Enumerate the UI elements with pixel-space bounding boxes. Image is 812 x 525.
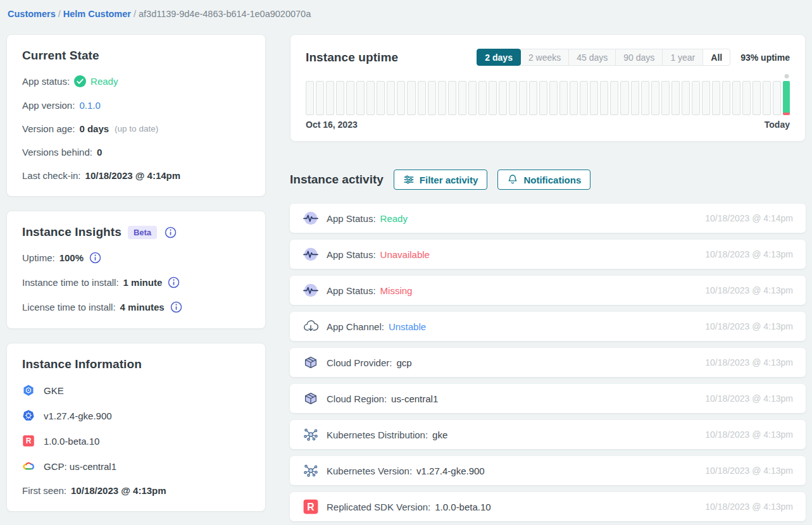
activity-row-label: Kubernetes Version: [327,466,412,476]
range-button-45-days[interactable]: 45 days [568,49,616,66]
activity-row-label: Replicated SDK Version: [327,502,430,512]
range-button-1-year[interactable]: 1 year [662,49,703,66]
uptime-bar-no-data[interactable] [732,81,740,115]
uptime-bar-no-data[interactable] [366,81,375,115]
uptime-bar-no-data[interactable] [356,81,365,115]
info-icon[interactable] [168,276,180,288]
uptime-bar-no-data[interactable] [336,81,344,115]
uptime-bar-no-data[interactable] [702,81,710,115]
uptime-bar-no-data[interactable] [499,81,507,115]
uptime-bar-no-data[interactable] [387,81,395,115]
uptime-bar-no-data[interactable] [773,81,781,115]
uptime-bar-no-data[interactable] [377,81,385,115]
activity-row-value: v1.27.4-gke.900 [416,466,485,476]
uptime-percentage-label: 93% uptime [740,52,790,63]
row-value: 10/18/2023 @ 4:13pm [71,485,166,496]
uptime-bar-no-data[interactable] [651,81,659,115]
instance-information-row: GKE [22,384,250,397]
uptime-bar-no-data[interactable] [539,81,547,115]
row-value: 1.0.0-beta.10 [44,436,99,447]
instance-information-card: Instance Information GKEv1.27.4-gke.900R… [6,343,266,512]
uptime-bar-no-data[interactable] [620,81,628,115]
activity-row-label: Cloud Provider: [327,357,392,368]
activity-row-label: App Status: [327,249,376,260]
uptime-bar-no-data[interactable] [763,81,771,115]
row-label: First seen: [22,485,66,496]
uptime-bar-no-data[interactable] [661,81,670,115]
row-label: Instance time to install: [22,277,119,288]
uptime-bar-no-data[interactable] [407,81,415,115]
range-button-all[interactable]: All [703,49,730,66]
info-icon[interactable] [89,252,101,264]
package-icon [303,354,319,371]
uptime-bar-no-data[interactable] [397,81,405,115]
current-state-card: Current State App status:ReadyApp versio… [6,34,266,197]
uptime-bar-no-data[interactable] [529,81,537,115]
uptime-bar-no-data[interactable] [610,81,618,115]
uptime-bar-no-data[interactable] [671,81,680,115]
uptime-bar-no-data[interactable] [478,81,487,115]
activity-row-label: Kubernetes Distribution: [327,429,428,440]
current-state-row: Versions behind:0 [22,147,250,158]
uptime-bar-no-data[interactable] [570,81,578,115]
activity-row-value[interactable]: Unstable [389,321,426,332]
filter-activity-button[interactable]: Filter activity [394,170,488,190]
svg-text:R: R [26,436,32,445]
uptime-bar-no-data[interactable] [722,81,730,115]
uptime-bar-no-data[interactable] [418,81,426,115]
uptime-bar-no-data[interactable] [519,81,527,115]
activity-row: Cloud Region:us-central110/18/2023 @ 4:1… [290,384,806,413]
uptime-bar-no-data[interactable] [641,81,649,115]
uptime-bar-no-data[interactable] [489,81,497,115]
current-state-title: Current State [22,49,250,63]
uptime-bar-no-data[interactable] [559,81,568,115]
uptime-bar-no-data[interactable] [742,81,751,115]
range-button-2-weeks[interactable]: 2 weeks [520,49,569,66]
uptime-bar-no-data[interactable] [590,81,598,115]
pulse-icon [303,246,319,262]
uptime-bar-no-data[interactable] [753,81,761,115]
instance-insights-title-row: Instance Insights Beta [22,225,250,239]
uptime-bar-no-data[interactable] [326,81,334,115]
uptime-bar-no-data[interactable] [448,81,456,115]
uptime-bar-no-data[interactable] [580,81,588,115]
uptime-down-segment [783,113,790,115]
range-button-2-days[interactable]: 2 days [477,49,521,66]
uptime-bar-no-data[interactable] [306,81,314,115]
row-label: Last check-in: [22,170,81,181]
notifications-button[interactable]: Notifications [497,170,590,190]
uptime-bar-no-data[interactable] [600,81,608,115]
uptime-bar-no-data[interactable] [692,81,700,115]
uptime-bar-no-data[interactable] [346,81,354,115]
uptime-bar-no-data[interactable] [509,81,517,115]
right-column: Instance uptime 2 days2 weeks45 days90 d… [290,34,806,525]
uptime-bar-no-data[interactable] [712,81,720,115]
uptime-bar-no-data[interactable] [458,81,466,115]
info-icon[interactable] [170,301,182,313]
uptime-bar-no-data[interactable] [631,81,639,115]
activity-row: App Channel:Unstable10/18/2023 @ 4:13pm [290,312,806,341]
activity-row: Cloud Provider:gcp10/18/2023 @ 4:13pm [290,348,806,377]
app-version-link[interactable]: 0.1.0 [79,100,100,111]
breadcrumb-link[interactable]: Helm Customer [63,9,131,19]
range-button-90-days[interactable]: 90 days [615,49,663,66]
info-icon[interactable] [165,226,177,238]
activity-row-value: Ready [380,213,408,224]
uptime-bar-no-data[interactable] [316,81,324,115]
uptime-bar-no-data[interactable] [438,81,446,115]
activity-row: App Status:Unavailable10/18/2023 @ 4:13p… [290,240,806,269]
uptime-bar-no-data[interactable] [428,81,436,115]
chart-end-label: Today [765,120,790,130]
uptime-controls: 2 days2 weeks45 days90 days1 yearAll 93%… [477,49,790,66]
uptime-bar-no-data[interactable] [468,81,477,115]
breadcrumb-link[interactable]: Customers [8,9,56,19]
uptime-bar-today[interactable] [783,81,790,115]
uptime-bar-no-data[interactable] [549,81,558,115]
row-label: Versions behind: [22,147,92,158]
row-label: Uptime: [22,252,55,263]
app-status-value: Ready [91,76,118,87]
pulse-icon [303,210,319,226]
breadcrumb: Customers/Helm Customer/af3d1139-9d4e-48… [6,6,806,19]
uptime-bar-no-data[interactable] [682,81,690,115]
instance-detail-page: Customers/Helm Customer/af3d1139-9d4e-48… [0,0,812,525]
